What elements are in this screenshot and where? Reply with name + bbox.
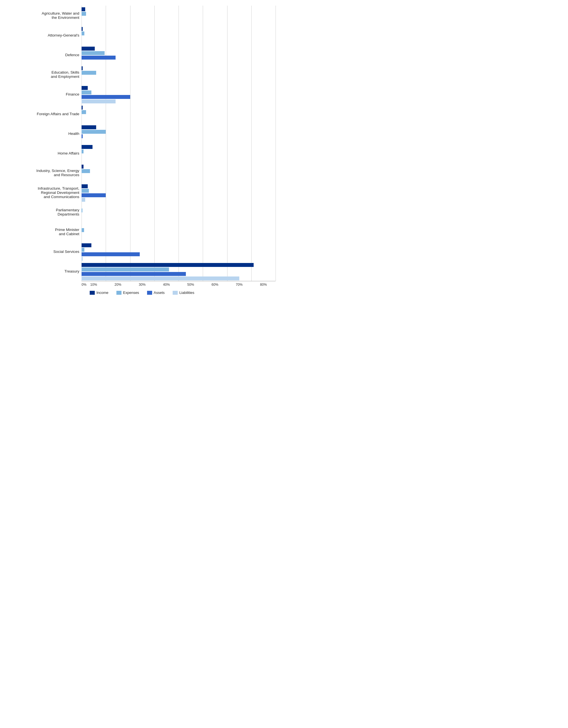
legend-item: Income [90, 291, 108, 295]
x-tick: 80% [251, 283, 275, 287]
group-bars [81, 6, 275, 25]
bar-rows [81, 184, 106, 202]
bar-row [81, 169, 90, 173]
bar-row [81, 224, 84, 228]
x-tick: 30% [130, 283, 154, 287]
y-label: Foreign Affairs and Trade [6, 104, 81, 124]
bar-row [81, 119, 86, 123]
group-bars [81, 104, 275, 124]
y-label: Education, Skillsand Employment [6, 65, 81, 84]
group-bars [81, 124, 275, 143]
x-tick: 70% [227, 283, 251, 287]
bar-row [81, 21, 86, 25]
bar-row [81, 31, 84, 35]
bar-rows [81, 125, 106, 143]
bar-row [81, 149, 92, 153]
bar-income [81, 243, 91, 247]
bar-row [81, 213, 82, 217]
bar-expenses [81, 169, 90, 173]
bar-income [81, 66, 83, 70]
y-label: Prime Ministerand Cabinet [6, 222, 81, 242]
bar-row [81, 263, 253, 267]
bar-expenses [81, 110, 86, 114]
bar-row [81, 237, 84, 241]
bar-row [81, 189, 106, 193]
y-label: Agriculture, Water andthe Environment [6, 6, 81, 25]
bar-row [81, 115, 86, 119]
chart-container: Agriculture, Water andthe EnvironmentAtt… [6, 6, 278, 295]
bar-expenses [81, 71, 96, 75]
bar-row [81, 252, 140, 256]
legend-color-box [173, 291, 178, 295]
bar-row [81, 130, 106, 134]
legend-label: Expenses [123, 291, 139, 295]
x-tick: 20% [106, 283, 130, 287]
bar-expenses [81, 189, 89, 193]
legend: IncomeExpensesAssetsLiabilities [6, 291, 278, 295]
legend-label: Assets [154, 291, 165, 295]
x-tick: 10% [81, 283, 106, 287]
bar-row [81, 248, 140, 252]
legend-color-box [147, 291, 152, 295]
x-tick: 60% [203, 283, 227, 287]
y-label: Attorney-General's [6, 25, 81, 45]
legend-label: Income [96, 291, 108, 295]
bar-rows [81, 243, 140, 261]
bar-assets [81, 272, 186, 276]
bar-row [81, 40, 84, 44]
grid-line [275, 6, 276, 281]
bar-row [81, 80, 96, 84]
bar-income [81, 27, 83, 31]
bar-row [81, 243, 140, 247]
group-bars [81, 261, 275, 281]
bar-rows [81, 105, 86, 123]
y-label: Finance [6, 84, 81, 104]
legend-color-box [90, 291, 95, 295]
legend-item: Liabilities [173, 291, 194, 295]
group-bars [81, 65, 275, 84]
group-bars [81, 183, 275, 202]
bar-assets [81, 134, 83, 138]
bar-expenses [81, 228, 84, 232]
bar-row [81, 184, 106, 188]
bar-assets [81, 252, 140, 256]
bar-rows [81, 223, 84, 241]
bar-row [81, 228, 84, 232]
bar-income [81, 47, 95, 51]
bar-liabilities [81, 276, 239, 280]
bar-rows [81, 204, 82, 222]
y-label: Industry, Science, Energyand Resources [6, 163, 81, 183]
bar-row [81, 217, 82, 221]
bar-liabilities [81, 198, 85, 202]
y-label: Social Services [6, 242, 81, 261]
legend-label: Liabilities [179, 291, 194, 295]
bar-income [81, 263, 253, 267]
group-bars [81, 242, 275, 261]
bars-column [81, 6, 278, 281]
bar-row [81, 75, 96, 79]
bar-row [81, 204, 82, 208]
bar-row [81, 90, 130, 94]
x-axis: 0%10%20%30%40%50%60%70%80% [81, 281, 275, 287]
group-bars [81, 202, 275, 222]
bar-expenses [81, 149, 83, 153]
bar-row [81, 154, 92, 158]
legend-color-box [116, 291, 121, 295]
bar-assets [81, 193, 106, 197]
bar-row [81, 233, 84, 237]
bar-row [81, 36, 84, 40]
bar-row [81, 134, 106, 138]
y-label: ParliamentaryDepartments [6, 202, 81, 222]
bar-income [81, 165, 83, 169]
bar-income [81, 106, 83, 110]
chart-body: Agriculture, Water andthe EnvironmentAtt… [6, 6, 278, 281]
y-label: Health [6, 124, 81, 143]
bar-assets [81, 95, 130, 99]
bar-income [81, 125, 96, 129]
bar-row [81, 276, 253, 280]
legend-item: Expenses [116, 291, 139, 295]
bar-row [81, 110, 86, 114]
bar-row [81, 71, 96, 75]
bar-income [81, 145, 92, 149]
group-bars [81, 222, 275, 242]
